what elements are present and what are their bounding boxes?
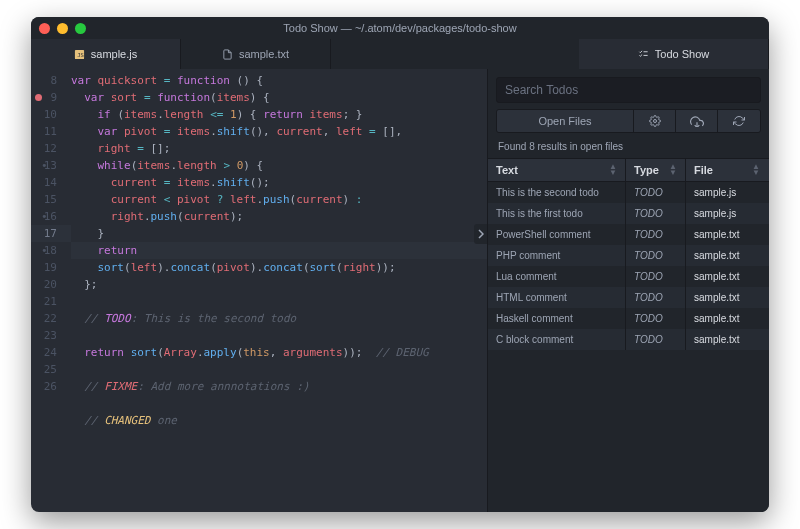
line-number[interactable]: 16 (31, 208, 71, 225)
app-window: Todo Show — ~/.atom/dev/packages/todo-sh… (31, 17, 769, 512)
code-line[interactable]: sort(left).concat(pivot).concat(sort(rig… (71, 259, 487, 276)
cell-text: PowerShell comment (488, 224, 626, 245)
panel-collapse-button[interactable] (474, 224, 487, 244)
line-number[interactable]: 20 (31, 276, 71, 293)
tab-todo-show[interactable]: Todo Show (579, 39, 769, 69)
cell-text: HTML comment (488, 287, 626, 308)
cell-type: TODO (626, 224, 686, 245)
cell-type: TODO (626, 203, 686, 224)
line-number[interactable]: 25 (31, 361, 71, 378)
table-row[interactable]: HTML commentTODOsample.txt (488, 287, 769, 308)
column-header-file[interactable]: File ▲▼ (686, 159, 768, 181)
line-number[interactable]: 18 (31, 242, 71, 259)
cell-text: PHP comment (488, 245, 626, 266)
sort-icon: ▲▼ (752, 164, 760, 176)
sort-icon: ▲▼ (669, 164, 677, 176)
tab-bar: JS sample.js sample.txt Todo Show (31, 39, 769, 69)
code-line[interactable]: // FIXME: Add more annnotations :) (71, 378, 487, 395)
code-line[interactable]: var quicksort = function () { (71, 72, 487, 89)
svg-point-4 (653, 120, 656, 123)
line-number[interactable]: 11 (31, 123, 71, 140)
line-number[interactable]: 12 (31, 140, 71, 157)
table-row[interactable]: PHP commentTODOsample.txt (488, 245, 769, 266)
table-row[interactable]: C block commentTODOsample.txt (488, 329, 769, 350)
table-row[interactable]: Haskell commentTODOsample.txt (488, 308, 769, 329)
column-header-text[interactable]: Text ▲▼ (488, 159, 626, 181)
table-row[interactable]: This is the first todoTODOsample.js (488, 203, 769, 224)
line-number[interactable]: 13 (31, 157, 71, 174)
code-line[interactable] (71, 361, 487, 378)
cell-file: sample.txt (686, 329, 768, 350)
line-number[interactable]: 24 (31, 344, 71, 361)
sort-icon: ▲▼ (609, 164, 617, 176)
content-area: 891011121314151617181920212223242526 var… (31, 69, 769, 512)
line-number[interactable]: 26 (31, 378, 71, 395)
code-line[interactable]: // TODO: This is the second todo (71, 310, 487, 327)
code-line[interactable]: while(items.length > 0) { (71, 157, 487, 174)
code-area[interactable]: var quicksort = function () { var sort =… (71, 69, 487, 512)
cell-text: C block comment (488, 329, 626, 350)
refresh-button[interactable] (718, 110, 760, 132)
code-line[interactable]: return (71, 242, 487, 259)
code-line[interactable]: right = []; (71, 140, 487, 157)
results-count: Found 8 results in open files (488, 139, 769, 158)
checklist-icon (638, 49, 649, 60)
line-number[interactable]: 21 (31, 293, 71, 310)
tab-label: sample.txt (239, 48, 289, 60)
line-number[interactable]: 23 (31, 327, 71, 344)
cell-type: TODO (626, 308, 686, 329)
table-header: Text ▲▼ Type ▲▼ File ▲▼ (488, 158, 769, 182)
code-line[interactable] (71, 327, 487, 344)
column-header-type[interactable]: Type ▲▼ (626, 159, 686, 181)
export-button[interactable] (676, 110, 718, 132)
line-number[interactable]: 15 (31, 191, 71, 208)
tab-sample-txt[interactable]: sample.txt (181, 39, 331, 69)
cell-type: TODO (626, 245, 686, 266)
cell-text: This is the second todo (488, 182, 626, 203)
settings-button[interactable] (634, 110, 676, 132)
code-line[interactable]: if (items.length <= 1) { return items; } (71, 106, 487, 123)
cell-text: Haskell comment (488, 308, 626, 329)
cell-type: TODO (626, 266, 686, 287)
line-number[interactable]: 9 (31, 89, 71, 106)
cell-text: This is the first todo (488, 203, 626, 224)
window-title: Todo Show — ~/.atom/dev/packages/todo-sh… (31, 22, 769, 34)
line-number[interactable]: 14 (31, 174, 71, 191)
line-number[interactable]: 8 (31, 72, 71, 89)
cell-type: TODO (626, 287, 686, 308)
code-line[interactable]: } (71, 225, 487, 242)
table-row[interactable]: This is the second todoTODOsample.js (488, 182, 769, 203)
line-number[interactable]: 19 (31, 259, 71, 276)
text-file-icon (222, 49, 233, 60)
cell-file: sample.txt (686, 308, 768, 329)
cell-file: sample.txt (686, 245, 768, 266)
code-line[interactable]: var sort = function(items) { (71, 89, 487, 106)
line-number[interactable]: 17 (31, 225, 71, 242)
cell-text: Lua comment (488, 266, 626, 287)
code-line[interactable]: }; (71, 276, 487, 293)
code-line[interactable] (71, 293, 487, 310)
search-input[interactable]: Search Todos (496, 77, 761, 103)
open-files-button[interactable]: Open Files (497, 110, 634, 132)
code-line[interactable]: var pivot = items.shift(), current, left… (71, 123, 487, 140)
cloud-download-icon (690, 115, 704, 127)
cell-type: TODO (626, 182, 686, 203)
code-line[interactable]: // CHANGED one (71, 412, 487, 429)
cell-type: TODO (626, 329, 686, 350)
code-line[interactable] (71, 395, 487, 412)
cell-file: sample.txt (686, 224, 768, 245)
line-gutter: 891011121314151617181920212223242526 (31, 69, 71, 512)
line-number[interactable]: 10 (31, 106, 71, 123)
table-row[interactable]: Lua commentTODOsample.txt (488, 266, 769, 287)
tab-sample-js[interactable]: JS sample.js (31, 39, 181, 69)
code-line[interactable]: current < pivot ? left.push(current) : (71, 191, 487, 208)
code-line[interactable]: right.push(current); (71, 208, 487, 225)
code-line[interactable]: return sort(Array.apply(this, arguments)… (71, 344, 487, 361)
code-editor[interactable]: 891011121314151617181920212223242526 var… (31, 69, 487, 512)
line-number[interactable]: 22 (31, 310, 71, 327)
tab-label: sample.js (91, 48, 137, 60)
code-line[interactable]: current = items.shift(); (71, 174, 487, 191)
table-row[interactable]: PowerShell commentTODOsample.txt (488, 224, 769, 245)
cell-file: sample.js (686, 182, 768, 203)
titlebar: Todo Show — ~/.atom/dev/packages/todo-sh… (31, 17, 769, 39)
